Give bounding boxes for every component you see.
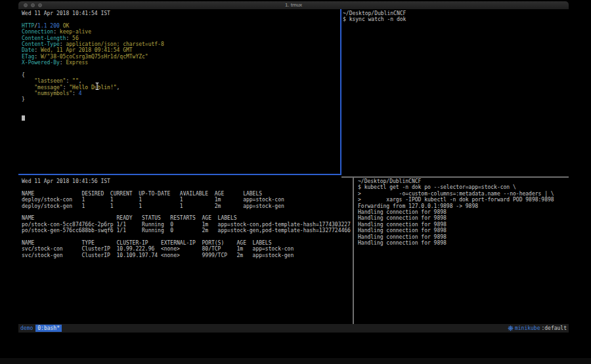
terminal-line: Wed 11 Apr 2018 10:41:56 IST: [22, 178, 351, 184]
pane-divider-horizontal-left[interactable]: [18, 174, 341, 175]
terminal-block-cursor: [22, 115, 25, 121]
terminal-line: Content-Length: 56: [22, 35, 339, 41]
window-titlebar[interactable]: 1. tmux: [18, 1, 569, 9]
minimize-window-button[interactable]: [31, 3, 35, 7]
terminal-line: X-Powered-By: Express: [22, 60, 339, 66]
terminal-line: > -o=custom-columns=:metadata.name --no-…: [358, 191, 567, 197]
pane-divider-vertical-top[interactable]: [340, 9, 341, 175]
terminal-line: [22, 184, 351, 190]
terminal-line: Wed 11 Apr 2018 10:41:54 IST: [22, 10, 339, 16]
tmux-terminal: Wed 11 Apr 2018 10:41:54 ISTHTTP/1.1 200…: [18, 9, 569, 324]
terminal-line: Connection: keep-alive: [22, 29, 339, 35]
terminal-line: Forwarding from 127.0.0.1:9898 -> 9898: [358, 203, 567, 209]
kubernetes-helm-icon: [508, 325, 514, 331]
tmux-active-window-tab[interactable]: 0:bash*: [35, 325, 62, 332]
zoom-window-button[interactable]: [38, 3, 42, 7]
traffic-lights: [24, 3, 42, 7]
terminal-line: [22, 16, 339, 22]
terminal-line: deploy/stock-con 1 1 1 1 1m app=stock-co…: [22, 197, 351, 203]
close-window-button[interactable]: [24, 3, 28, 7]
terminal-line: "lastseen": "",: [22, 78, 339, 84]
status-left: demo 0:bash*: [20, 325, 62, 332]
status-right: minikube :default: [508, 325, 567, 331]
terminal-line: Content-Type: application/json; charset=…: [22, 41, 339, 47]
kube-namespace: :default: [541, 325, 567, 331]
terminal-line: > xargs -IPOD kubectl -n dok port-forwar…: [358, 197, 567, 203]
terminal-line: NAME TYPE CLUSTER-IP EXTERNAL-IP PORT(S)…: [22, 240, 351, 246]
tmux-session-name: demo: [20, 325, 33, 331]
terminal-line: po/stock-con-5cc874766c-2p6rp 1/1 Runnin…: [22, 222, 351, 228]
terminal-line: [22, 209, 351, 215]
terminal-line: "numsymbols": 4: [22, 91, 339, 96]
terminal-window: 1. tmux Wed 11 Apr 2018 10:41:54 ISTHTTP…: [18, 1, 569, 334]
screen-background: 1. tmux Wed 11 Apr 2018 10:41:54 ISTHTTP…: [0, 0, 591, 364]
terminal-line: {: [22, 72, 339, 78]
terminal-line: [22, 103, 339, 109]
pane-ksync-watch[interactable]: ~/Desktop/DublinCNCF$ ksync watch -n dok: [343, 10, 566, 23]
terminal-line: Handling connection for 9898: [358, 228, 567, 233]
pane-divider-horizontal-right[interactable]: [341, 176, 569, 178]
tmux-status-bar: demo 0:bash* minikube :default: [18, 324, 569, 333]
terminal-line: Date: Wed, 11 Apr 2018 09:41:54 GMT: [22, 47, 339, 53]
terminal-line: "message": "Hello Dublin!",: [22, 85, 339, 91]
terminal-line: Handling connection for 9898: [358, 240, 567, 246]
terminal-line: [22, 234, 351, 240]
terminal-line: [22, 66, 339, 72]
terminal-line: deploy/stock-gen 1 1 1 1 2m app=stock-ge…: [22, 203, 351, 209]
terminal-line: ETag: W/"38-05coCsrg3mQ75sHr1d/qcMTwYZc": [22, 54, 339, 60]
pane-port-forward[interactable]: ~/Desktop/DublinCNCF$ kubectl get -n dok…: [358, 178, 567, 246]
mouse-ibeam-cursor: [95, 82, 100, 91]
terminal-line: NAME DESIRED CURRENT UP-TO-DATE AVAILABL…: [22, 191, 351, 197]
terminal-line: Handling connection for 9898: [358, 215, 567, 221]
terminal-line: Handling connection for 9898: [358, 222, 567, 228]
terminal-line: $ kubectl get -n dok po --selector=app=s…: [358, 184, 567, 190]
window-title: 1. tmux: [18, 1, 569, 9]
kube-context: minikube: [515, 325, 540, 331]
terminal-line: HTTP/1.1 200 OK: [22, 23, 339, 29]
terminal-line: svc/stock-con ClusterIP 10.99.222.96 <no…: [22, 246, 351, 252]
terminal-line: $ ksync watch -n dok: [343, 16, 566, 22]
pane-divider-vertical-bottom[interactable]: [353, 178, 354, 324]
terminal-line: [22, 109, 339, 115]
terminal-line: ~/Desktop/DublinCNCF: [358, 178, 567, 184]
pane-kubectl-get[interactable]: Wed 11 Apr 2018 10:41:56 ISTNAME DESIRED…: [22, 178, 351, 258]
terminal-line: Handling connection for 9898: [358, 234, 567, 240]
bottom-strip: [0, 358, 591, 364]
terminal-line: [22, 115, 339, 121]
terminal-line: po/stock-gen-576cc688bb-swqf6 1/1 Runnin…: [22, 228, 351, 233]
pane-http-response[interactable]: Wed 11 Apr 2018 10:41:54 ISTHTTP/1.1 200…: [22, 10, 339, 121]
terminal-line: }: [22, 96, 339, 102]
terminal-line: Handling connection for 9898: [358, 209, 567, 215]
terminal-line: svc/stock-gen ClusterIP 10.109.197.74 <n…: [22, 253, 351, 258]
terminal-line: ~/Desktop/DublinCNCF: [343, 10, 566, 16]
terminal-line: NAME READY STATUS RESTARTS AGE LABELS: [22, 215, 351, 221]
